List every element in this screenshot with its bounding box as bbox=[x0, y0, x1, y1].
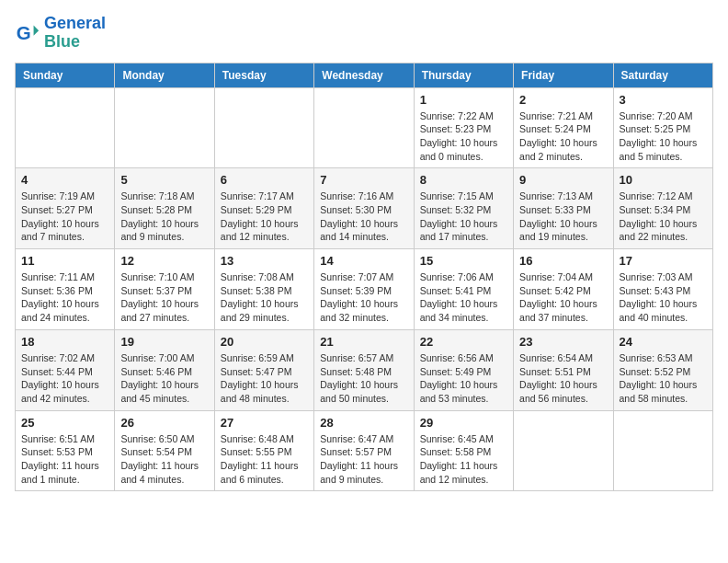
weekday-header-saturday: Saturday bbox=[613, 63, 712, 87]
weekday-header-monday: Monday bbox=[115, 63, 214, 87]
day-info: Sunrise: 7:19 AM Sunset: 5:27 PM Dayligh… bbox=[21, 190, 108, 244]
calendar-cell: 1Sunrise: 7:22 AM Sunset: 5:23 PM Daylig… bbox=[414, 87, 513, 168]
calendar-cell bbox=[514, 410, 613, 491]
day-info: Sunrise: 6:50 AM Sunset: 5:54 PM Dayligh… bbox=[120, 432, 208, 487]
calendar-cell bbox=[613, 410, 712, 491]
day-info: Sunrise: 7:11 AM Sunset: 5:36 PM Dayligh… bbox=[21, 270, 108, 325]
svg-marker-1 bbox=[34, 25, 40, 35]
day-number: 5 bbox=[120, 173, 208, 187]
calendar-cell: 27Sunrise: 6:48 AM Sunset: 5:55 PM Dayli… bbox=[214, 410, 313, 491]
day-number: 24 bbox=[620, 335, 707, 349]
day-number: 27 bbox=[221, 416, 308, 430]
day-number: 9 bbox=[519, 173, 607, 187]
calendar-cell bbox=[214, 87, 313, 168]
calendar-cell: 12Sunrise: 7:10 AM Sunset: 5:37 PM Dayli… bbox=[115, 249, 214, 330]
day-number: 16 bbox=[519, 254, 607, 268]
calendar-cell: 5Sunrise: 7:18 AM Sunset: 5:28 PM Daylig… bbox=[115, 168, 214, 249]
calendar-cell: 8Sunrise: 7:15 AM Sunset: 5:32 PM Daylig… bbox=[414, 168, 513, 249]
week-row-2: 4Sunrise: 7:19 AM Sunset: 5:27 PM Daylig… bbox=[16, 168, 713, 249]
weekday-header-wednesday: Wednesday bbox=[314, 63, 414, 87]
day-info: Sunrise: 7:12 AM Sunset: 5:34 PM Dayligh… bbox=[620, 190, 707, 244]
calendar-cell: 18Sunrise: 7:02 AM Sunset: 5:44 PM Dayli… bbox=[16, 329, 115, 410]
weekday-header-friday: Friday bbox=[514, 63, 613, 87]
calendar-cell: 4Sunrise: 7:19 AM Sunset: 5:27 PM Daylig… bbox=[16, 168, 115, 249]
day-info: Sunrise: 6:47 AM Sunset: 5:57 PM Dayligh… bbox=[320, 432, 407, 487]
day-number: 10 bbox=[620, 173, 707, 187]
weekday-header-tuesday: Tuesday bbox=[214, 63, 313, 87]
day-info: Sunrise: 7:20 AM Sunset: 5:25 PM Dayligh… bbox=[620, 109, 707, 164]
day-number: 14 bbox=[320, 254, 407, 268]
day-number: 15 bbox=[420, 254, 507, 268]
calendar-cell: 25Sunrise: 6:51 AM Sunset: 5:53 PM Dayli… bbox=[16, 410, 115, 491]
calendar-cell: 3Sunrise: 7:20 AM Sunset: 5:25 PM Daylig… bbox=[613, 87, 712, 168]
calendar-cell: 24Sunrise: 6:53 AM Sunset: 5:52 PM Dayli… bbox=[613, 329, 712, 410]
day-info: Sunrise: 7:17 AM Sunset: 5:29 PM Dayligh… bbox=[221, 190, 308, 244]
day-number: 17 bbox=[620, 254, 707, 268]
day-info: Sunrise: 7:10 AM Sunset: 5:37 PM Dayligh… bbox=[120, 270, 208, 325]
calendar-cell: 23Sunrise: 6:54 AM Sunset: 5:51 PM Dayli… bbox=[514, 329, 613, 410]
day-number: 23 bbox=[519, 335, 607, 349]
day-number: 3 bbox=[620, 93, 707, 107]
day-info: Sunrise: 7:21 AM Sunset: 5:24 PM Dayligh… bbox=[519, 109, 607, 164]
day-info: Sunrise: 6:48 AM Sunset: 5:55 PM Dayligh… bbox=[221, 432, 308, 487]
calendar-cell: 13Sunrise: 7:08 AM Sunset: 5:38 PM Dayli… bbox=[214, 249, 313, 330]
day-info: Sunrise: 7:02 AM Sunset: 5:44 PM Dayligh… bbox=[21, 351, 108, 406]
week-row-4: 18Sunrise: 7:02 AM Sunset: 5:44 PM Dayli… bbox=[16, 329, 713, 410]
week-row-1: 1Sunrise: 7:22 AM Sunset: 5:23 PM Daylig… bbox=[16, 87, 713, 168]
day-info: Sunrise: 7:00 AM Sunset: 5:46 PM Dayligh… bbox=[120, 351, 208, 406]
logo: G GeneralBlue bbox=[15, 15, 106, 52]
calendar-cell: 9Sunrise: 7:13 AM Sunset: 5:33 PM Daylig… bbox=[514, 168, 613, 249]
day-info: Sunrise: 7:06 AM Sunset: 5:41 PM Dayligh… bbox=[420, 270, 507, 325]
calendar-cell: 16Sunrise: 7:04 AM Sunset: 5:42 PM Dayli… bbox=[514, 249, 613, 330]
day-info: Sunrise: 6:45 AM Sunset: 5:58 PM Dayligh… bbox=[420, 432, 507, 487]
day-number: 25 bbox=[21, 416, 108, 430]
day-number: 12 bbox=[120, 254, 208, 268]
svg-text:G: G bbox=[17, 21, 31, 42]
weekday-header-thursday: Thursday bbox=[414, 63, 513, 87]
day-info: Sunrise: 6:57 AM Sunset: 5:48 PM Dayligh… bbox=[320, 351, 407, 406]
week-row-5: 25Sunrise: 6:51 AM Sunset: 5:53 PM Dayli… bbox=[16, 410, 713, 491]
calendar-cell: 22Sunrise: 6:56 AM Sunset: 5:49 PM Dayli… bbox=[414, 329, 513, 410]
week-row-3: 11Sunrise: 7:11 AM Sunset: 5:36 PM Dayli… bbox=[16, 249, 713, 330]
day-info: Sunrise: 6:59 AM Sunset: 5:47 PM Dayligh… bbox=[221, 351, 308, 406]
day-number: 8 bbox=[420, 173, 507, 187]
calendar-cell: 2Sunrise: 7:21 AM Sunset: 5:24 PM Daylig… bbox=[514, 87, 613, 168]
calendar-cell: 21Sunrise: 6:57 AM Sunset: 5:48 PM Dayli… bbox=[314, 329, 414, 410]
calendar-cell: 7Sunrise: 7:16 AM Sunset: 5:30 PM Daylig… bbox=[314, 168, 414, 249]
page-header: G GeneralBlue bbox=[15, 15, 713, 52]
calendar-cell: 14Sunrise: 7:07 AM Sunset: 5:39 PM Dayli… bbox=[314, 249, 414, 330]
calendar-cell: 26Sunrise: 6:50 AM Sunset: 5:54 PM Dayli… bbox=[115, 410, 214, 491]
day-number: 19 bbox=[120, 335, 208, 349]
day-info: Sunrise: 7:18 AM Sunset: 5:28 PM Dayligh… bbox=[120, 190, 208, 244]
day-info: Sunrise: 6:53 AM Sunset: 5:52 PM Dayligh… bbox=[620, 351, 707, 406]
day-number: 28 bbox=[320, 416, 407, 430]
day-number: 1 bbox=[420, 93, 507, 107]
calendar-cell bbox=[16, 87, 115, 168]
day-info: Sunrise: 6:56 AM Sunset: 5:49 PM Dayligh… bbox=[420, 351, 507, 406]
logo-text: GeneralBlue bbox=[44, 15, 106, 52]
calendar-cell: 10Sunrise: 7:12 AM Sunset: 5:34 PM Dayli… bbox=[613, 168, 712, 249]
day-info: Sunrise: 7:16 AM Sunset: 5:30 PM Dayligh… bbox=[320, 190, 407, 244]
day-info: Sunrise: 7:22 AM Sunset: 5:23 PM Dayligh… bbox=[420, 109, 507, 164]
calendar-cell bbox=[314, 87, 414, 168]
day-number: 2 bbox=[519, 93, 607, 107]
day-number: 21 bbox=[320, 335, 407, 349]
calendar-cell: 11Sunrise: 7:11 AM Sunset: 5:36 PM Dayli… bbox=[16, 249, 115, 330]
day-number: 26 bbox=[120, 416, 208, 430]
day-info: Sunrise: 7:08 AM Sunset: 5:38 PM Dayligh… bbox=[221, 270, 308, 325]
calendar-cell: 17Sunrise: 7:03 AM Sunset: 5:43 PM Dayli… bbox=[613, 249, 712, 330]
logo-icon: G bbox=[15, 20, 40, 46]
day-info: Sunrise: 7:15 AM Sunset: 5:32 PM Dayligh… bbox=[420, 190, 507, 244]
day-number: 20 bbox=[221, 335, 308, 349]
day-info: Sunrise: 7:03 AM Sunset: 5:43 PM Dayligh… bbox=[620, 270, 707, 325]
day-number: 11 bbox=[21, 254, 108, 268]
day-number: 6 bbox=[221, 173, 308, 187]
day-number: 13 bbox=[221, 254, 308, 268]
day-number: 4 bbox=[21, 173, 108, 187]
day-info: Sunrise: 7:04 AM Sunset: 5:42 PM Dayligh… bbox=[519, 270, 607, 325]
calendar-cell: 28Sunrise: 6:47 AM Sunset: 5:57 PM Dayli… bbox=[314, 410, 414, 491]
calendar-table: SundayMondayTuesdayWednesdayThursdayFrid… bbox=[15, 63, 713, 492]
calendar-cell: 19Sunrise: 7:00 AM Sunset: 5:46 PM Dayli… bbox=[115, 329, 214, 410]
day-number: 29 bbox=[420, 416, 507, 430]
day-info: Sunrise: 7:07 AM Sunset: 5:39 PM Dayligh… bbox=[320, 270, 407, 325]
